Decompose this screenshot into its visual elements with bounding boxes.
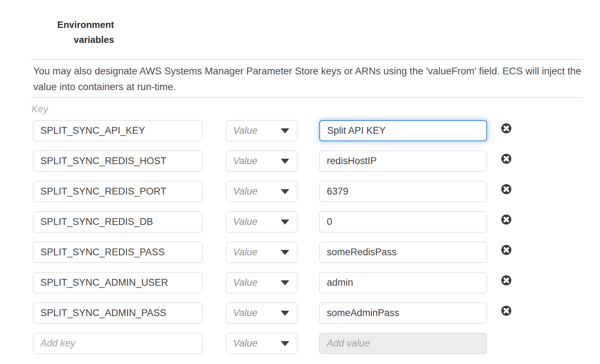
env-var-key-input[interactable] xyxy=(33,211,202,232)
x-circle-icon xyxy=(501,245,511,255)
environment-variables-section: Environment variables You may also desig… xyxy=(0,0,600,364)
type-dropdown-label: Value xyxy=(233,247,257,258)
env-var-value-input[interactable] xyxy=(319,302,487,324)
env-var-type-dropdown[interactable]: Value xyxy=(226,120,297,141)
remove-env-var-button[interactable] xyxy=(501,275,511,285)
env-var-value-input[interactable] xyxy=(319,181,487,202)
caret-down-icon xyxy=(281,250,289,255)
add-key-input[interactable] xyxy=(33,333,202,354)
env-var-row: Value xyxy=(33,151,511,172)
type-dropdown-label: Value xyxy=(233,156,257,167)
env-var-type-dropdown[interactable]: Value xyxy=(226,211,297,232)
caret-down-icon xyxy=(281,280,289,285)
caret-down-icon xyxy=(281,128,289,133)
env-var-type-dropdown[interactable]: Value xyxy=(226,302,297,324)
env-var-key-input[interactable] xyxy=(33,181,202,202)
type-dropdown-label: Value xyxy=(233,277,257,288)
env-var-key-input[interactable] xyxy=(33,302,202,324)
env-var-key-input[interactable] xyxy=(33,242,202,263)
remove-env-var-button[interactable] xyxy=(501,306,511,316)
type-dropdown-label: Value xyxy=(233,216,257,227)
env-var-row: Value xyxy=(33,242,511,263)
env-var-value-input[interactable] xyxy=(319,120,487,141)
env-var-row: Value xyxy=(33,181,511,202)
x-circle-icon xyxy=(501,306,511,316)
caret-down-icon xyxy=(281,159,289,164)
env-var-key-input[interactable] xyxy=(33,151,202,172)
key-section-divider xyxy=(30,97,583,98)
remove-env-var-button[interactable] xyxy=(501,123,511,133)
env-var-row: Value xyxy=(33,120,511,141)
env-var-row: Value xyxy=(33,211,511,232)
x-circle-icon xyxy=(501,123,511,133)
type-dropdown-label: Value xyxy=(233,186,257,197)
type-dropdown-label: Value xyxy=(233,338,257,349)
x-circle-icon xyxy=(501,184,511,194)
top-divider xyxy=(30,59,583,60)
caret-down-icon xyxy=(281,189,289,194)
caret-down-icon xyxy=(281,220,289,225)
remove-env-var-button[interactable] xyxy=(501,154,511,164)
env-var-type-dropdown[interactable]: Value xyxy=(226,242,297,263)
env-var-rows: Value Value Value xyxy=(33,120,511,363)
env-var-key-input[interactable] xyxy=(33,272,202,293)
caret-down-icon xyxy=(281,311,289,316)
env-var-value-input[interactable] xyxy=(319,211,487,232)
add-env-var-row: Value xyxy=(33,333,511,354)
env-var-type-dropdown[interactable]: Value xyxy=(226,272,297,293)
remove-env-var-button[interactable] xyxy=(501,184,511,194)
environment-variables-label: Environment variables xyxy=(43,17,114,47)
add-value-input[interactable] xyxy=(319,333,487,354)
environment-variables-description: You may also designate AWS Systems Manag… xyxy=(33,63,582,95)
env-var-key-input[interactable] xyxy=(33,120,202,141)
env-var-value-input[interactable] xyxy=(319,272,487,293)
env-var-type-dropdown[interactable]: Value xyxy=(226,151,297,172)
type-dropdown-label: Value xyxy=(233,308,257,319)
x-circle-icon xyxy=(501,275,511,285)
key-column-label: Key xyxy=(31,104,48,115)
env-var-type-dropdown[interactable]: Value xyxy=(226,181,297,202)
add-row-type-dropdown[interactable]: Value xyxy=(226,333,297,354)
caret-down-icon xyxy=(281,341,289,346)
remove-env-var-button[interactable] xyxy=(501,215,511,225)
env-var-value-input[interactable] xyxy=(319,242,487,263)
x-circle-icon xyxy=(501,154,511,164)
remove-env-var-button[interactable] xyxy=(501,245,511,255)
env-var-row: Value xyxy=(33,302,511,324)
type-dropdown-label: Value xyxy=(233,125,257,136)
x-circle-icon xyxy=(501,215,511,225)
env-var-value-input[interactable] xyxy=(319,151,487,172)
env-var-row: Value xyxy=(33,272,511,293)
